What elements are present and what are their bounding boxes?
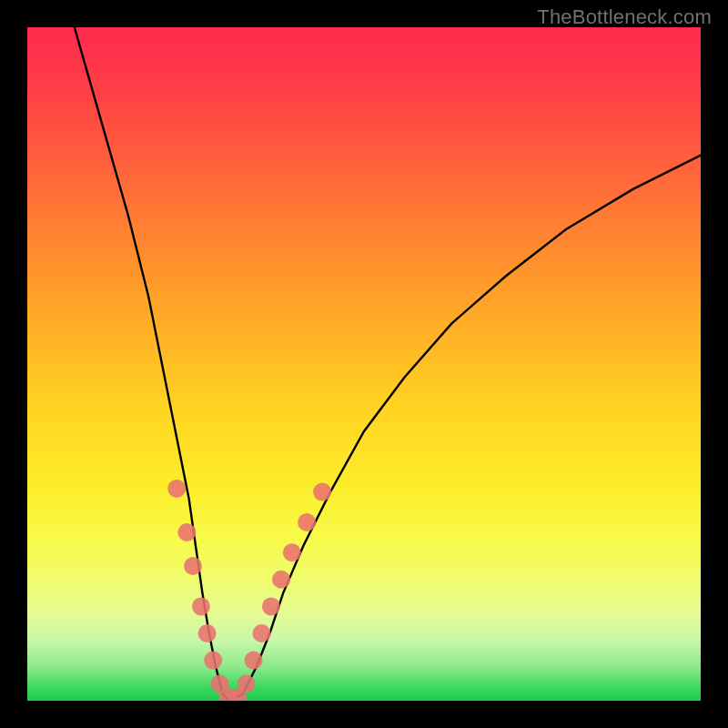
marker-dot xyxy=(298,513,316,531)
marker-dot xyxy=(167,480,186,498)
watermark-text: TheBottleneck.com xyxy=(537,5,712,29)
marker-dot xyxy=(184,557,202,575)
marker-dot xyxy=(198,624,217,642)
curve-path xyxy=(75,27,701,701)
marker-dot xyxy=(177,523,196,541)
marker-dot xyxy=(272,571,290,589)
chart-frame: TheBottleneck.com xyxy=(0,0,728,728)
curve-layer xyxy=(27,27,701,701)
marker-dot xyxy=(253,624,271,642)
marker-dot xyxy=(204,652,222,670)
marker-dot xyxy=(192,597,210,615)
marker-dot xyxy=(245,652,263,670)
marker-dot xyxy=(238,675,256,693)
marker-dot xyxy=(262,597,280,615)
plot-area xyxy=(27,27,701,701)
bottleneck-curve xyxy=(75,27,701,701)
highlighted-points xyxy=(167,480,331,701)
marker-dot xyxy=(313,483,331,501)
marker-dot xyxy=(283,543,301,561)
